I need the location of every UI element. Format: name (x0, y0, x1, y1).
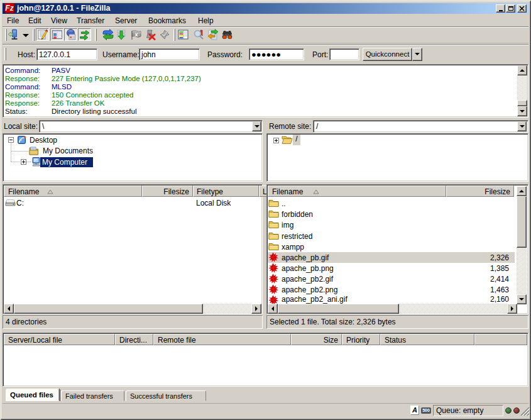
svg-text:x: x (134, 31, 138, 38)
